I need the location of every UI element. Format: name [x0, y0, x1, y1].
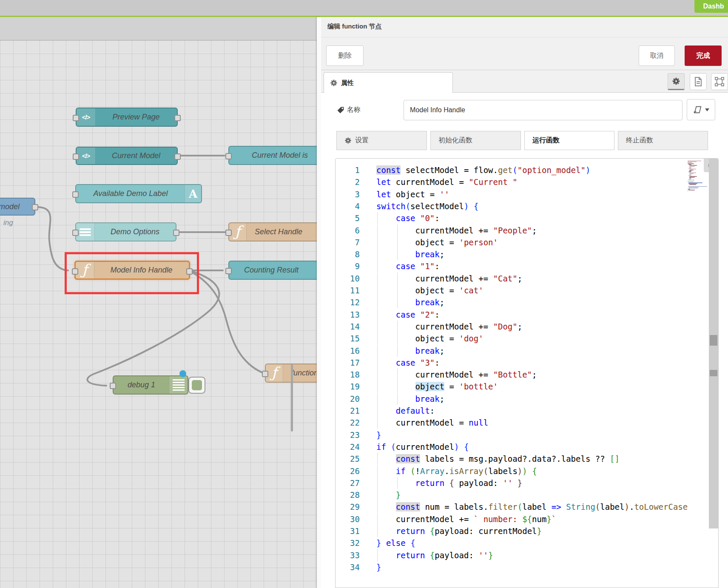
code-line: 25 const labels = msg.payload?.data?.lab…: [336, 453, 688, 465]
code-line: 34}: [336, 561, 688, 573]
node-description-icon-button[interactable]: [690, 73, 707, 90]
code-line: 11 object = 'cat': [336, 284, 688, 296]
tab-properties-label: 属性: [341, 79, 354, 87]
code-line: 4switch(selectModel) {: [336, 200, 688, 212]
output-port[interactable]: [174, 115, 181, 121]
select-artboard-icon: [715, 77, 724, 86]
gear-icon: [330, 79, 338, 87]
node-available-demo-label[interactable]: AAvailable Demo Label: [75, 184, 202, 203]
code-line: 21 default:: [336, 405, 688, 417]
code-line: 33 return {payload: ''}: [336, 549, 688, 561]
cancel-button[interactable]: 取消: [639, 45, 675, 66]
code-line: 20 break;: [336, 393, 688, 405]
node-settings-icon-button[interactable]: [668, 73, 685, 90]
node-icon-block: [169, 376, 188, 394]
template-code-icon: </>: [82, 114, 90, 121]
code-line: 26 if (!Array.isArray(labels)) {: [336, 465, 688, 477]
node-current-model[interactable]: </>Current Model: [76, 147, 178, 165]
output-port[interactable]: [174, 153, 181, 160]
function-icon: ƒ: [235, 223, 241, 240]
input-port[interactable]: [225, 230, 232, 236]
tab-properties[interactable]: 属性: [324, 72, 453, 93]
gear-icon: [672, 77, 680, 85]
node-select-handle[interactable]: ƒSelect Handle: [228, 222, 317, 241]
node-preview-page[interactable]: </>Preview Page: [76, 108, 178, 127]
code-line: 8 break;: [336, 248, 688, 260]
code-line: 31 return {payload: currentModel}: [336, 525, 688, 537]
code-editor[interactable]: 1const selectModel = flow.get("option_mo…: [335, 158, 719, 588]
code-line: 29 const num = labels.filter(label => St…: [336, 501, 688, 513]
code-line: 7 object = 'person': [336, 236, 688, 248]
node-label: Demo Options: [94, 223, 176, 241]
dashboard-button[interactable]: Dashb: [694, 0, 728, 13]
text-label-icon: A: [189, 187, 197, 200]
input-port[interactable]: [73, 115, 79, 121]
wire[interactable]: [38, 207, 68, 270]
node-appearance-icon-button[interactable]: [711, 73, 728, 90]
node-icon-block: ƒ: [229, 223, 247, 241]
node-status-text: ing: [3, 219, 13, 227]
canvas-scrollbar[interactable]: [291, 364, 293, 432]
workspace-tabs-strip: [0, 17, 317, 40]
done-button[interactable]: 完成: [685, 45, 722, 66]
app-root: Dashb modeling</>Preview Page</>Current …: [0, 0, 728, 588]
edit-tray: 编辑 function 节点 删除 取消 完成 属性: [321, 17, 728, 588]
input-port[interactable]: [73, 153, 79, 160]
input-port[interactable]: [110, 383, 116, 389]
tray-tab-row: 属性: [321, 70, 728, 93]
flow-canvas[interactable]: modeling</>Preview Page</>Current ModelC…: [0, 40, 317, 588]
output-port[interactable]: [32, 204, 38, 210]
code-line: 18 currentModel += "Bottle";: [336, 369, 688, 381]
node-icon-block: A: [185, 185, 201, 202]
node-model[interactable]: model: [0, 198, 35, 216]
debug-list-icon: [173, 378, 185, 392]
code-line: 15 object = 'dog': [336, 332, 688, 344]
input-port[interactable]: [72, 191, 79, 198]
code-line: 23}: [336, 429, 688, 441]
chevron-down-icon: [705, 108, 709, 111]
code-line: 17 case "3":: [336, 357, 688, 369]
code-line: 2let currentModel = "Current ": [336, 176, 688, 188]
node-debug-1[interactable]: debug 1: [113, 375, 188, 395]
scrollbar-thumb[interactable]: [710, 335, 717, 346]
input-port[interactable]: [72, 230, 79, 236]
node-current-model-is[interactable]: Current Model is: [228, 146, 317, 165]
code-line: 1const selectModel = flow.get("option_mo…: [336, 164, 688, 176]
name-input[interactable]: [404, 100, 682, 120]
code-line: 19 object = 'bottle': [336, 381, 688, 392]
node-counting-result[interactable]: Counting Result: [228, 261, 317, 280]
highlight-annotation-box: [65, 252, 199, 294]
node-label: model: [0, 199, 20, 215]
node-demo-options[interactable]: Demo Options: [75, 222, 176, 241]
function-tab-2[interactable]: 初始化函数: [430, 131, 521, 150]
node-label: Counting Result: [244, 261, 299, 279]
function-tab-label: 运行函数: [532, 136, 560, 145]
function-tab-1[interactable]: 设置: [336, 131, 427, 150]
function-tab-4[interactable]: 终止函数: [618, 131, 708, 150]
delete-button[interactable]: 删除: [326, 45, 364, 66]
tray-resize-edge[interactable]: [317, 17, 321, 588]
wire[interactable]: [193, 273, 262, 372]
tag-icon: [336, 106, 345, 114]
code-line: 30 currentModel += ` number: ${num}`: [336, 513, 688, 525]
library-dropdown-button[interactable]: [687, 99, 715, 120]
code-line: 3let object = '': [336, 188, 688, 200]
input-port[interactable]: [262, 371, 268, 377]
code-line: 28 }: [336, 489, 688, 501]
gear-icon: [344, 137, 352, 144]
code-line: 14 currentModel += "Dog";: [336, 321, 688, 332]
input-port[interactable]: [225, 268, 232, 274]
scrollbar-thumb[interactable]: [710, 370, 717, 376]
node-icon-block: </>: [77, 148, 96, 164]
code-line: 27 return { payload: '' }: [336, 477, 688, 489]
function-tab-label: 初始化函数: [438, 136, 472, 145]
node-changed-dot: [179, 370, 186, 377]
code-line: 10 currentModel += "Cat";: [336, 273, 688, 284]
output-port[interactable]: [173, 230, 179, 236]
input-port[interactable]: [225, 153, 232, 159]
top-header-bar: [0, 0, 728, 16]
function-tab-3[interactable]: 运行函数: [524, 131, 614, 150]
code-line: 12 break;: [336, 296, 688, 308]
debug-toggle-button[interactable]: [188, 377, 205, 394]
editor-scrollbar-track[interactable]: [709, 159, 718, 528]
